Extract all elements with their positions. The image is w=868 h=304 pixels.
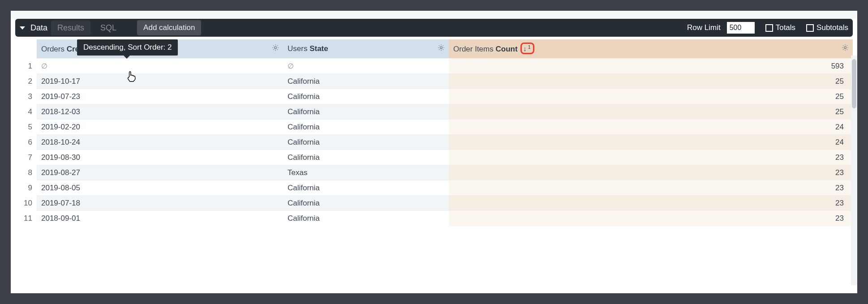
cell-count[interactable]: 23	[449, 165, 853, 180]
row-number: 5	[15, 120, 37, 135]
cell-count[interactable]: 593	[449, 59, 853, 74]
add-calculation-button[interactable]: Add calculation	[137, 20, 201, 35]
data-toolbar: Data Results SQL Add calculation Row Lim…	[15, 19, 853, 37]
col-prefix: Order Items	[453, 45, 495, 53]
cell-count[interactable]: 23	[449, 180, 853, 196]
sort-tooltip: Descending, Sort Order: 2	[77, 39, 178, 56]
row-limit-input[interactable]	[727, 22, 755, 34]
row-number: 3	[15, 89, 37, 104]
row-number: 8	[15, 165, 37, 180]
cell-count[interactable]: 24	[449, 120, 853, 135]
sort-indicator-count[interactable]: ↓ 1	[520, 43, 534, 54]
arrow-down-icon: ↓	[523, 45, 527, 52]
cell-count[interactable]: 23	[449, 196, 853, 211]
cell-created-date[interactable]: 2019-07-23	[37, 89, 283, 104]
table-row: 82019-08-27Texas23	[15, 165, 853, 180]
tab-results[interactable]: Results	[51, 21, 90, 35]
totals-checkbox[interactable]	[765, 24, 773, 32]
scroll-thumb[interactable]	[852, 59, 856, 108]
cell-created-date[interactable]: 2019-07-18	[37, 196, 283, 211]
col-header-order-items-count[interactable]: Order Items Count ↓ 1	[449, 39, 853, 59]
tab-sql[interactable]: SQL	[94, 21, 123, 35]
cell-created-date[interactable]: 2019-08-30	[37, 150, 283, 165]
row-number: 6	[15, 135, 37, 150]
cell-count[interactable]: 25	[449, 104, 853, 120]
cell-count[interactable]: 23	[449, 150, 853, 165]
table-row: 72019-08-30California23	[15, 150, 853, 165]
cell-users-state[interactable]: Texas	[283, 165, 449, 180]
cell-users-state[interactable]: California	[283, 89, 449, 104]
panel-top-strip	[11, 11, 857, 19]
cell-created-date[interactable]: 2019-08-05	[37, 180, 283, 196]
cell-created-date[interactable]: 2018-10-24	[37, 135, 283, 150]
table-row: 42018-12-03California25	[15, 104, 853, 120]
row-number: 4	[15, 104, 37, 120]
row-number: 9	[15, 180, 37, 196]
subtotals-checkbox[interactable]	[806, 24, 814, 32]
table-row: 112018-09-01California23	[15, 211, 853, 226]
cell-users-state[interactable]: California	[283, 211, 449, 226]
row-number: 2	[15, 74, 37, 89]
cell-users-state[interactable]: California	[283, 196, 449, 211]
svg-point-0	[275, 47, 277, 49]
cell-count[interactable]: 24	[449, 135, 853, 150]
table-row: 102019-07-18California23	[15, 196, 853, 211]
section-label: Data	[30, 23, 47, 33]
data-panel: Data Results SQL Add calculation Row Lim…	[11, 11, 857, 293]
collapse-caret-icon[interactable]	[20, 26, 25, 30]
cell-created-date[interactable]: 2019-10-17	[37, 74, 283, 89]
row-number: 11	[15, 211, 37, 226]
table-row: 22019-10-17California25	[15, 74, 853, 89]
row-number: 7	[15, 150, 37, 165]
cell-count[interactable]: 25	[449, 74, 853, 89]
col-name: Count	[495, 45, 517, 53]
gear-icon[interactable]	[271, 44, 279, 54]
cell-users-state[interactable]: California	[283, 135, 449, 150]
row-limit-label: Row Limit	[687, 23, 721, 32]
cell-users-state[interactable]: California	[283, 120, 449, 135]
totals-label: Totals	[776, 23, 795, 32]
table-row: 92019-08-05California23	[15, 180, 853, 196]
cell-count[interactable]: 25	[449, 89, 853, 104]
subtotals-label: Subtotals	[816, 23, 848, 32]
vertical-scrollbar[interactable]	[851, 56, 857, 285]
table-row: 1∅∅593	[15, 59, 853, 74]
rownum-header	[15, 39, 37, 59]
cell-created-date[interactable]: 2019-02-20	[37, 120, 283, 135]
sort-order-num: 1	[528, 44, 531, 50]
col-header-users-state[interactable]: Users State	[283, 39, 449, 59]
cell-created-date[interactable]: ∅	[37, 59, 283, 74]
gear-icon[interactable]	[841, 44, 849, 54]
cell-created-date[interactable]: 2019-08-27	[37, 165, 283, 180]
row-number: 1	[15, 59, 37, 74]
col-prefix: Orders	[41, 45, 67, 53]
svg-point-1	[440, 47, 443, 49]
cell-count[interactable]: 23	[449, 211, 853, 226]
cell-users-state[interactable]: California	[283, 150, 449, 165]
gear-icon[interactable]	[437, 44, 445, 54]
cell-users-state[interactable]: California	[283, 180, 449, 196]
cell-users-state[interactable]: California	[283, 104, 449, 120]
table-row: 32019-07-23California25	[15, 89, 853, 104]
table-row: 62018-10-24California24	[15, 135, 853, 150]
col-name: State	[309, 44, 328, 53]
results-grid: Orders Created Date ↓ 2 Users State	[15, 39, 853, 291]
svg-point-2	[844, 47, 847, 49]
cell-users-state[interactable]: ∅	[283, 59, 449, 74]
col-prefix: Users	[288, 44, 309, 53]
cell-users-state[interactable]: California	[283, 74, 449, 89]
row-number: 10	[15, 196, 37, 211]
table-row: 52019-02-20California24	[15, 120, 853, 135]
cell-created-date[interactable]: 2018-12-03	[37, 104, 283, 120]
cell-created-date[interactable]: 2018-09-01	[37, 211, 283, 226]
